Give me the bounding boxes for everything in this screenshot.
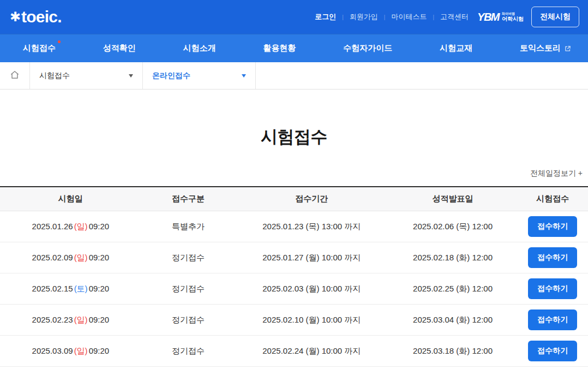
table-header-row: 시험일 접수구분 접수기간 성적발표일 시험접수 (0, 187, 588, 211)
nav-item-exam-registration[interactable]: 시험접수 (23, 43, 56, 53)
top-right-area: 로그인 | 회원가입 | 마이테스트 | 고객센터 YBM 와이비엠 어학시험 … (315, 7, 579, 27)
divider: | (433, 14, 434, 20)
column-header-score-release: 성적발표일 (388, 194, 517, 204)
breadcrumb: 시험접수 온라인접수 (0, 62, 588, 90)
breadcrumb-select-section[interactable]: 시험접수 (30, 62, 143, 89)
score-release-cell: 2025.02.06 (목) 12:00 (388, 222, 517, 232)
nav-item-exam-intro[interactable]: 시험소개 (183, 43, 216, 53)
table-row: 2025.02.09(일)09:20 정기접수 2025.01.27 (월) 1… (0, 242, 588, 273)
full-schedule-link[interactable]: 전체일정보기 + (530, 169, 583, 177)
mytest-link[interactable]: 마이테스트 (391, 12, 427, 22)
utility-links: 로그인 | 회원가입 | 마이테스트 | 고객센터 (315, 12, 469, 22)
home-icon (9, 69, 20, 82)
nav-item-exam-books[interactable]: 시험교재 (440, 43, 472, 53)
exam-date-cell: 2025.02.15(토)09:20 (0, 284, 141, 294)
column-header-exam-date: 시험일 (0, 194, 141, 204)
breadcrumb-page-label: 온라인접수 (152, 71, 190, 81)
registration-period-cell: 2025.02.24 (월) 10:00 까지 (235, 346, 388, 356)
registration-type-cell: 정기접수 (141, 346, 235, 356)
apply-button[interactable]: 접수하기 (528, 247, 577, 268)
registration-period-cell: 2025.01.23 (목) 13:00 까지 (235, 222, 388, 232)
apply-button[interactable]: 접수하기 (528, 309, 577, 330)
apply-button[interactable]: 접수하기 (528, 341, 577, 361)
ybm-logo-line2: 어학시험 (502, 16, 524, 22)
ybm-logo[interactable]: YBM 와이비엠 어학시험 (477, 11, 524, 23)
top-header: ✱ toeic. 로그인 | 회원가입 | 마이테스트 | 고객센터 YBM 와… (0, 0, 588, 34)
support-link[interactable]: 고객센터 (440, 12, 469, 22)
breadcrumb-select-page[interactable]: 온라인접수 (143, 62, 256, 89)
column-header-registration-period: 접수기간 (235, 194, 388, 204)
page-title: 시험접수 (0, 126, 588, 146)
toeic-logo[interactable]: ✱ toeic. (10, 9, 62, 25)
chevron-down-icon (129, 74, 133, 78)
table-row: 2025.01.26(일)09:20 특별추가 2025.01.23 (목) 1… (0, 211, 588, 242)
chevron-down-icon (242, 74, 246, 78)
registration-type-cell: 정기접수 (141, 284, 235, 294)
column-header-registration-type: 접수구분 (141, 194, 235, 204)
nav-item-toeic-story[interactable]: 토익스토리 (520, 43, 572, 53)
nav-item-score-check[interactable]: 성적확인 (103, 43, 136, 53)
exam-date-cell: 2025.03.09(일)09:20 (0, 346, 141, 356)
all-exams-button[interactable]: 전체시험 (531, 7, 579, 27)
registration-period-cell: 2025.01.27 (월) 10:00 까지 (235, 253, 388, 263)
ybm-logo-line1: 와이비엠 (502, 12, 524, 16)
score-release-cell: 2025.03.18 (화) 12:00 (388, 346, 517, 356)
table-row: 2025.02.15(토)09:20 정기접수 2025.02.03 (월) 1… (0, 273, 588, 305)
apply-button[interactable]: 접수하기 (528, 216, 577, 237)
table-row: 2025.03.09(일)09:20 정기접수 2025.02.24 (월) 1… (0, 336, 588, 367)
score-release-cell: 2025.02.25 (화) 12:00 (388, 284, 517, 294)
signup-link[interactable]: 회원가입 (350, 12, 378, 22)
registration-period-cell: 2025.02.10 (월) 10:00 까지 (235, 315, 388, 325)
toeic-asterisk-icon: ✱ (10, 9, 21, 25)
registration-type-cell: 특별추가 (141, 222, 235, 232)
exam-date-cell: 2025.02.23(일)09:20 (0, 315, 141, 325)
divider: | (342, 14, 344, 20)
login-link[interactable]: 로그인 (315, 12, 336, 22)
apply-button[interactable]: 접수하기 (528, 278, 577, 299)
score-release-cell: 2025.03.04 (화) 12:00 (388, 315, 517, 325)
home-button[interactable] (0, 62, 30, 89)
ybm-mark-icon: YBM (477, 11, 499, 23)
column-header-apply: 시험접수 (518, 194, 588, 204)
registration-type-cell: 정기접수 (141, 253, 235, 263)
exam-date-cell: 2025.02.09(일)09:20 (0, 253, 141, 263)
registration-period-cell: 2025.02.03 (월) 10:00 까지 (235, 284, 388, 294)
nav-item-examinee-guide[interactable]: 수험자가이드 (343, 43, 392, 53)
exam-date-cell: 2025.01.26(일)09:20 (0, 222, 141, 232)
external-link-icon (564, 45, 572, 52)
divider: | (384, 14, 386, 20)
new-badge-dot (58, 40, 61, 43)
main-nav: 시험접수 성적확인 시험소개 활용현황 수험자가이드 시험교재 토익스토리 (0, 34, 588, 62)
registration-type-cell: 정기접수 (141, 315, 235, 325)
schedule-link-row: 전체일정보기 + (0, 168, 588, 179)
nav-item-usage-status[interactable]: 활용현황 (263, 43, 296, 53)
exam-schedule-table: 시험일 접수구분 접수기간 성적발표일 시험접수 2025.01.26(일)09… (0, 186, 588, 367)
breadcrumb-section-label: 시험접수 (39, 71, 70, 81)
toeic-logo-text: toeic. (21, 9, 62, 25)
score-release-cell: 2025.02.18 (화) 12:00 (388, 253, 517, 263)
table-row: 2025.02.23(일)09:20 정기접수 2025.02.10 (월) 1… (0, 305, 588, 336)
